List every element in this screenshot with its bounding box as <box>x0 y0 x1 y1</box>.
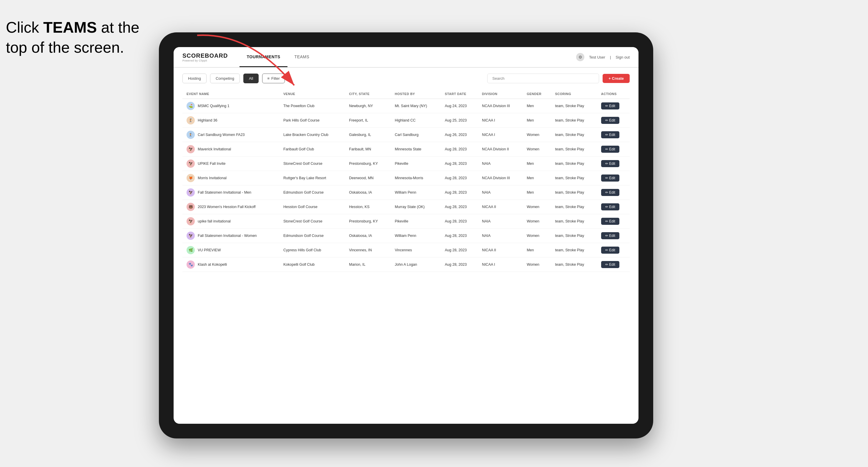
venue-cell: Edmundson Golf Course <box>279 229 345 243</box>
event-name-cell: 🦅 upike fall invitational <box>182 214 279 229</box>
city-cell: Prestonsburg, KY <box>345 157 391 171</box>
gender-cell: Men <box>523 113 551 128</box>
start-date-cell: Aug 26, 2023 <box>441 128 478 142</box>
event-name: Maverick Invitational <box>198 147 231 151</box>
event-name: upike fall invitational <box>198 219 231 223</box>
venue-cell: The Powelton Club <box>279 99 345 113</box>
gender-cell: Men <box>523 157 551 171</box>
division-cell: NCAA Division II <box>478 142 523 157</box>
event-name: 2023 Women's Hesston Fall Kickoff <box>198 205 255 209</box>
start-date-cell: Aug 28, 2023 <box>441 142 478 157</box>
division-cell: NICAA I <box>478 257 523 272</box>
gender-cell: Women <box>523 214 551 229</box>
all-filter-button[interactable]: All <box>243 73 259 83</box>
event-logo: 🦅 <box>187 145 195 153</box>
table-row: 🏌 Carl Sandburg Women FA23 Lake Bracken … <box>182 128 630 142</box>
division-cell: NICAA I <box>478 128 523 142</box>
city-cell: Oskaloosa, IA <box>345 185 391 200</box>
event-name-cell: 🐾 Klash at Kokopelli <box>182 257 279 272</box>
event-logo: 🌿 <box>187 246 195 254</box>
edit-button[interactable]: ✏ Edit <box>601 232 619 239</box>
search-input[interactable] <box>487 73 599 83</box>
venue-cell: Faribault Golf Club <box>279 142 345 157</box>
start-date-cell: Aug 28, 2023 <box>441 243 478 257</box>
col-gender: GENDER <box>523 89 551 99</box>
scoring-cell: team, Stroke Play <box>551 229 597 243</box>
scoring-cell: team, Stroke Play <box>551 171 597 185</box>
hosted-by-cell: Minnesota State <box>391 142 441 157</box>
col-actions: ACTIONS <box>597 89 630 99</box>
division-cell: NAIA <box>478 229 523 243</box>
actions-cell: ✏ Edit <box>597 142 630 157</box>
scoring-cell: team, Stroke Play <box>551 200 597 214</box>
nav-right: ⚙ Test User | Sign out <box>576 53 630 61</box>
nav-separator: | <box>610 55 611 59</box>
tablet-frame: SCOREBOARD Powered by Clippit TOURNAMENT… <box>159 32 653 438</box>
event-logo: 🐻 <box>187 203 195 211</box>
hosting-filter-button[interactable]: Hosting <box>182 73 207 83</box>
table-row: 🦅 Maverick Invitational Faribault Golf C… <box>182 142 630 157</box>
hosted-by-cell: Highland CC <box>391 113 441 128</box>
gender-cell: Men <box>523 171 551 185</box>
gender-cell: Men <box>523 99 551 113</box>
division-cell: NAIA <box>478 214 523 229</box>
sign-out-link[interactable]: Sign out <box>616 55 630 59</box>
competing-filter-button[interactable]: Competing <box>210 73 240 83</box>
actions-cell: ✏ Edit <box>597 257 630 272</box>
table-row: 🌿 VU PREVIEW Cypress Hills Golf ClubVinc… <box>182 243 630 257</box>
instruction-text: Click TEAMS at the top of the screen. <box>6 18 140 57</box>
division-cell: NICAA I <box>478 113 523 128</box>
tournaments-table-container: EVENT NAME VENUE CITY, STATE HOSTED BY S… <box>182 89 630 418</box>
col-venue: VENUE <box>279 89 345 99</box>
event-logo: 🦅 <box>187 231 195 240</box>
col-start-date: START DATE <box>441 89 478 99</box>
actions-cell: ✏ Edit <box>597 99 630 113</box>
hosted-by-cell: John A Logan <box>391 257 441 272</box>
edit-button[interactable]: ✏ Edit <box>601 160 619 167</box>
edit-button[interactable]: ✏ Edit <box>601 175 619 182</box>
settings-icon[interactable]: ⚙ <box>576 53 584 61</box>
venue-cell: StoneCrest Golf Course <box>279 214 345 229</box>
table-row: 🦅 UPIKE Fall Invite StoneCrest Golf Cour… <box>182 157 630 171</box>
edit-button[interactable]: ✏ Edit <box>601 146 619 153</box>
event-name-cell: 🏌 Highland 36 <box>182 113 279 128</box>
edit-button[interactable]: ✏ Edit <box>601 117 619 124</box>
nav-tab-teams[interactable]: TEAMS <box>287 47 317 67</box>
nav-tab-tournaments[interactable]: TOURNAMENTS <box>240 47 287 67</box>
edit-button[interactable]: ✏ Edit <box>601 102 619 110</box>
event-name-cell: 🦊 Morris Invitational <box>182 171 279 185</box>
venue-cell: Park Hills Golf Course <box>279 113 345 128</box>
edit-button[interactable]: ✏ Edit <box>601 131 619 138</box>
city-cell: Freeport, IL <box>345 113 391 128</box>
actions-cell: ✏ Edit <box>597 128 630 142</box>
venue-cell: Lake Bracken Country Club <box>279 128 345 142</box>
edit-button[interactable]: ✏ Edit <box>601 218 619 225</box>
edit-button[interactable]: ✏ Edit <box>601 189 619 196</box>
venue-cell: Kokopelli Golf Club <box>279 257 345 272</box>
edit-button[interactable]: ✏ Edit <box>601 261 619 268</box>
event-name: Klash at Kokopelli <box>198 262 227 267</box>
edit-button[interactable]: ✏ Edit <box>601 247 619 254</box>
division-cell: NAIA <box>478 157 523 171</box>
venue-cell: Hesston Golf Course <box>279 200 345 214</box>
gender-cell: Women <box>523 229 551 243</box>
table-row: ⛳ MSMC Qualifying 1 The Powelton ClubNew… <box>182 99 630 113</box>
division-cell: NICAA II <box>478 243 523 257</box>
filter-icon: ≡ <box>267 76 270 81</box>
gender-cell: Women <box>523 128 551 142</box>
hosted-by-cell: Pikeville <box>391 214 441 229</box>
actions-cell: ✏ Edit <box>597 243 630 257</box>
filter-button[interactable]: ≡ Filter <box>262 73 284 83</box>
actions-cell: ✏ Edit <box>597 113 630 128</box>
scoring-cell: team, Stroke Play <box>551 113 597 128</box>
edit-button[interactable]: ✏ Edit <box>601 203 619 210</box>
event-name-cell: 🦅 Fall Statesmen Invitational - Women <box>182 229 279 243</box>
start-date-cell: Aug 24, 2023 <box>441 99 478 113</box>
event-logo: ⛳ <box>187 102 195 110</box>
hosted-by-cell: Pikeville <box>391 157 441 171</box>
city-cell: Vincennes, IN <box>345 243 391 257</box>
hosted-by-cell: William Penn <box>391 229 441 243</box>
create-button[interactable]: + Create <box>602 74 630 83</box>
table-header-row: EVENT NAME VENUE CITY, STATE HOSTED BY S… <box>182 89 630 99</box>
gender-cell: Women <box>523 200 551 214</box>
